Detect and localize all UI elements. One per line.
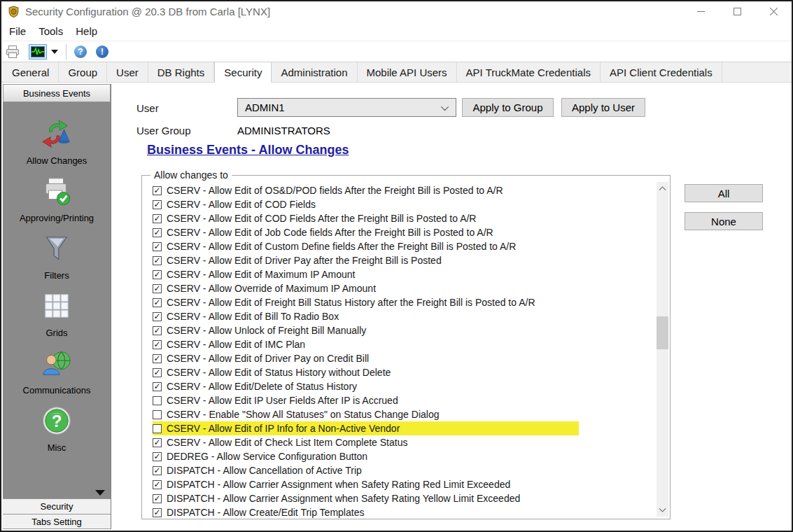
scrollbar-thumb[interactable] — [657, 316, 668, 349]
tab-api-client-credentials[interactable]: API Client Credentials — [601, 62, 722, 82]
printer-check-icon[interactable] — [41, 175, 73, 207]
funnel-icon[interactable] — [41, 232, 73, 265]
sidebar-button-tabs-setting[interactable]: Tabs Setting — [3, 514, 111, 529]
print-icon[interactable] — [5, 45, 20, 59]
checkbox-checked-icon[interactable] — [153, 452, 162, 461]
sidebar-items: Allow ChangesApproving/PrintingFiltersGr… — [20, 118, 94, 462]
checklist-item[interactable]: CSERV - Allow Override of Maximum IP Amo… — [153, 281, 653, 295]
menu-help[interactable]: Help — [69, 22, 104, 41]
tab-administration[interactable]: Administration — [272, 62, 357, 82]
sidebar-item-allow-changes[interactable]: Allow Changes — [20, 118, 94, 166]
user-combobox[interactable]: ADMIN1 — [237, 98, 456, 117]
checklist-item[interactable]: CSERV - Allow Edit/Delete of Status Hist… — [153, 379, 653, 393]
sidebar-footer: SecurityTabs Setting — [3, 498, 111, 529]
apply-to-user-button[interactable]: Apply to User — [561, 98, 645, 117]
monitor-activity-icon[interactable] — [29, 44, 47, 59]
checkbox-checked-icon[interactable] — [153, 298, 162, 307]
sidebar-header-business-events[interactable]: Business Events — [3, 84, 111, 102]
grid-icon[interactable] — [41, 290, 73, 322]
vertical-scrollbar[interactable] — [657, 182, 668, 517]
toolbar: ? ! — [1, 41, 792, 62]
checkbox-checked-icon[interactable] — [153, 312, 162, 321]
checkbox-checked-icon[interactable] — [153, 256, 162, 265]
all-button[interactable]: All — [685, 184, 763, 202]
checkbox-checked-icon[interactable] — [153, 508, 162, 517]
checklist-item[interactable]: CSERV - Allow Edit of COD Fields — [153, 197, 653, 211]
checkbox-checked-icon[interactable] — [153, 354, 162, 363]
checklist-item[interactable]: DEDREG - Allow Service Configuration But… — [153, 449, 653, 463]
sidebar-item-misc[interactable]: ?Misc — [20, 405, 94, 453]
person-globe-icon[interactable] — [41, 347, 73, 379]
checkbox-checked-icon[interactable] — [153, 214, 162, 223]
checkbox-checked-icon[interactable] — [153, 270, 162, 279]
none-button[interactable]: None — [685, 212, 763, 230]
tab-mobile-api-users[interactable]: Mobile API Users — [358, 62, 457, 82]
checklist-item[interactable]: CSERV - Allow Edit of Maximum IP Amount — [153, 267, 653, 281]
checkbox-checked-icon[interactable] — [153, 382, 162, 391]
checkbox-checked-icon[interactable] — [153, 494, 162, 503]
allow-changes-icon[interactable] — [41, 118, 73, 150]
sidebar-button-security[interactable]: Security — [3, 498, 111, 514]
dropdown-caret-icon[interactable] — [51, 50, 58, 54]
checkbox-checked-icon[interactable] — [153, 242, 162, 251]
checkbox-checked-icon[interactable] — [153, 326, 162, 335]
svg-text:?: ? — [52, 412, 62, 430]
menu-tools[interactable]: Tools — [32, 22, 69, 41]
checklist-item-highlighted[interactable]: CSERV - Allow Edit of IP Info for a Non-… — [153, 421, 653, 435]
checklist-item[interactable]: DISPATCH - Allow Create/Edit Trip Templa… — [153, 505, 653, 518]
sidebar-item-grids[interactable]: Grids — [20, 290, 94, 338]
checklist-item[interactable]: CSERV - Enable "Show All Statuses" on St… — [153, 407, 653, 421]
checkbox-checked-icon[interactable] — [153, 186, 162, 195]
scroll-down-icon[interactable] — [95, 490, 105, 496]
checklist-item[interactable]: CSERV - Allow Edit of COD Fields After t… — [153, 211, 653, 225]
checklist-item[interactable]: CSERV - Allow Edit of Status History wit… — [153, 365, 653, 379]
checklist-item[interactable]: CSERV - Allow Edit of IMC Plan — [153, 337, 653, 351]
checklist-item[interactable]: DISPATCH - Allow Carrier Assignment when… — [153, 491, 653, 505]
apply-to-group-button[interactable]: Apply to Group — [462, 98, 554, 117]
checkbox-checked-icon[interactable] — [153, 438, 162, 447]
user-group-label: User Group — [136, 125, 191, 136]
tab-group[interactable]: Group — [59, 62, 107, 82]
sidebar-item-approving-printing[interactable]: Approving/Printing — [20, 175, 94, 223]
checkbox-unchecked-icon[interactable] — [153, 396, 162, 405]
checklist-item[interactable]: CSERV - Allow Edit of Custom Define fiel… — [153, 239, 653, 253]
question-icon[interactable]: ? — [41, 405, 73, 437]
checklist-item[interactable]: DISPATCH - Allow Carrier Assignment when… — [153, 477, 653, 491]
checkbox-unchecked-icon[interactable] — [153, 424, 162, 433]
close-icon[interactable] — [755, 1, 792, 22]
sidebar-item-communications[interactable]: Communications — [20, 347, 94, 396]
checklist-item[interactable]: CSERV - Allow Edit IP User Fields After … — [153, 393, 653, 407]
checklist-item[interactable]: CSERV - Allow Edit of Freight Bill Statu… — [153, 295, 653, 309]
scrollbar-up-icon[interactable] — [657, 182, 668, 194]
checklist-item[interactable]: CSERV - Allow Edit of Driver Pay on Cred… — [153, 351, 653, 365]
checklist-item[interactable]: CSERV - Allow Unlock of Freight Bill Man… — [153, 323, 653, 337]
tab-security[interactable]: Security — [214, 62, 272, 83]
maximize-icon[interactable] — [719, 1, 755, 22]
checkbox-checked-icon[interactable] — [153, 200, 162, 209]
checklist-item[interactable]: CSERV - Allow Edit of Job Code fields Af… — [153, 225, 653, 239]
checklist-item[interactable]: CSERV - Allow Edit of Bill To Radio Box — [153, 309, 653, 323]
checkbox-checked-icon[interactable] — [153, 340, 162, 349]
checklist-item[interactable]: CSERV - Allow Edit of OS&D/POD fields Af… — [153, 183, 653, 197]
checklist-item[interactable]: CSERV - Allow Edit of Driver Pay after t… — [153, 253, 653, 267]
help-icon[interactable]: ? — [74, 46, 87, 58]
checklist-item-label: CSERV - Allow Edit of Custom Define fiel… — [167, 241, 516, 252]
tab-user[interactable]: User — [107, 62, 148, 82]
checkbox-checked-icon[interactable] — [153, 228, 162, 237]
checkbox-checked-icon[interactable] — [153, 284, 162, 293]
scrollbar-down-icon[interactable] — [657, 505, 668, 517]
app-window: Security Configuration @ 20.3 DB from Ca… — [0, 0, 793, 532]
checklist-item[interactable]: DISPATCH - Allow Cancellation of Active … — [153, 463, 653, 477]
sidebar-item-filters[interactable]: Filters — [20, 232, 94, 281]
checkbox-checked-icon[interactable] — [153, 466, 162, 475]
menu-file[interactable]: File — [3, 22, 32, 41]
checkbox-checked-icon[interactable] — [153, 368, 162, 377]
tab-general[interactable]: General — [3, 62, 59, 82]
info-icon[interactable]: ! — [96, 46, 108, 58]
checkbox-unchecked-icon[interactable] — [153, 410, 162, 419]
tab-api-truckmate-credentials[interactable]: API TruckMate Credentials — [457, 62, 601, 82]
minimize-icon[interactable] — [682, 1, 719, 22]
checkbox-checked-icon[interactable] — [153, 480, 162, 489]
checklist-item[interactable]: CSERV - Allow Edit of Check List Item Co… — [153, 435, 653, 449]
tab-db-rights[interactable]: DB Rights — [148, 62, 215, 82]
